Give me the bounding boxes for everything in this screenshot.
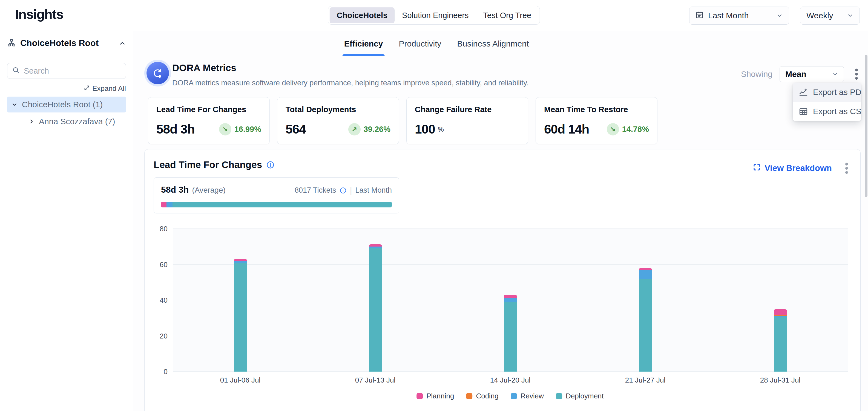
- org-tree-icon: [7, 38, 16, 48]
- progress-segment-planning: [161, 202, 166, 207]
- chevron-up-icon[interactable]: [119, 40, 126, 47]
- y-axis-label: 0: [150, 368, 167, 376]
- metric-card-value: 60d 14h: [544, 122, 589, 137]
- lead-time-actions: View Breakdown: [753, 160, 852, 176]
- bar-segment-deployment: [234, 263, 247, 372]
- org-tab-test-org-tree[interactable]: Test Org Tree: [476, 7, 538, 23]
- showing-select[interactable]: Mean: [780, 66, 844, 82]
- chart-bar: [369, 244, 382, 372]
- chevron-down-icon: [847, 12, 854, 19]
- dora-kebab-menu-icon[interactable]: [851, 66, 862, 82]
- tree-item[interactable]: Anna Scozzafava (7): [24, 114, 126, 129]
- chevron-down-icon: [832, 71, 838, 77]
- metric-card-value: 564: [286, 122, 306, 137]
- y-axis-label: 60: [150, 260, 167, 269]
- chart-bar: [639, 268, 652, 372]
- scrollbar-thumb[interactable]: [865, 55, 867, 197]
- x-axis-label: 07 Jul-13 Jul: [355, 376, 395, 384]
- x-axis-label: 01 Jul-06 Jul: [220, 376, 260, 384]
- bar-segment-deployment: [639, 279, 652, 372]
- showing-select-value: Mean: [785, 69, 806, 79]
- legend-swatch: [511, 393, 517, 399]
- legend-item-planning[interactable]: Planning: [416, 392, 454, 400]
- org-switcher: ChoiceHotelsSolution EngineersTest Org T…: [328, 6, 540, 25]
- bar-segment-planning: [504, 295, 517, 298]
- legend-item-deployment[interactable]: Deployment: [556, 392, 604, 400]
- chevron-down-icon[interactable]: [11, 102, 18, 107]
- insights-app: Insights ChoiceHotelsSolution EngineersT…: [0, 0, 868, 411]
- average-suffix: (Average): [192, 186, 225, 195]
- sidebar-header: ChoiceHotels Root: [0, 31, 133, 55]
- lead-time-title: Lead Time For Changes: [154, 159, 262, 170]
- tab-productivity[interactable]: Productivity: [397, 31, 443, 56]
- tree-item-label: Anna Scozzafava (7): [39, 117, 115, 126]
- metric-card-value-row: 564↗39.26%: [286, 122, 391, 137]
- expand-all-button[interactable]: Expand All: [7, 84, 126, 93]
- metric-cards-row: Lead Time For Changes58d 3h↘16.99%Total …: [148, 97, 657, 144]
- metric-card-unit: %: [438, 125, 444, 133]
- info-icon[interactable]: [266, 161, 275, 169]
- metric-card-value: 100: [415, 122, 435, 137]
- period-dropdown-label: Last Month: [708, 11, 749, 20]
- search-input[interactable]: [24, 67, 127, 75]
- trend-delta: 16.99%: [235, 125, 261, 134]
- info-icon[interactable]: [340, 187, 347, 194]
- metric-card-title: Lead Time For Changes: [156, 105, 261, 114]
- trend-delta: 39.26%: [364, 125, 391, 134]
- metric-card-title: Change Failure Rate: [415, 105, 520, 114]
- main-content: EfficiencyProductivityBusiness Alignment…: [133, 31, 868, 411]
- org-tab-solution-engineers[interactable]: Solution Engineers: [395, 7, 476, 23]
- lead-time-kebab-menu-icon[interactable]: [841, 160, 852, 176]
- y-axis-label: 80: [150, 225, 167, 233]
- table-icon: [799, 107, 808, 116]
- legend-label: Coding: [476, 392, 498, 400]
- menu-item-label: Export as CSV: [813, 107, 861, 116]
- calendar-icon: [695, 11, 704, 21]
- bar-segment-deployment: [774, 317, 787, 372]
- search-box: [7, 63, 126, 79]
- lead-time-title-row: Lead Time For Changes: [154, 159, 275, 170]
- menu-item-export-as-csv[interactable]: Export as CSV: [793, 102, 861, 121]
- metric-card: Mean Time To Restore60d 14h↘14.78%: [535, 97, 657, 144]
- tab-efficiency[interactable]: Efficiency: [343, 31, 385, 56]
- chevron-right-icon[interactable]: [29, 118, 34, 125]
- legend-item-coding[interactable]: Coding: [466, 392, 498, 400]
- tree-item[interactable]: ChoiceHotels Root (1): [7, 97, 126, 112]
- separator: |: [350, 186, 352, 195]
- bar-segment-planning: [234, 259, 247, 261]
- metric-card: Change Failure Rate100%: [406, 97, 528, 144]
- search-icon: [12, 67, 20, 75]
- granularity-dropdown[interactable]: Weekly: [800, 7, 860, 25]
- sidebar-title: ChoiceHotels Root: [20, 38, 99, 48]
- bar-segment-deployment: [369, 248, 382, 372]
- tab-business-alignment[interactable]: Business Alignment: [455, 31, 530, 56]
- progress-segment-deployment: [173, 202, 392, 207]
- trend-badge: ↘16.99%: [219, 123, 261, 135]
- tree-item-label: ChoiceHotels Root (1): [22, 100, 103, 109]
- metric-card-title: Total Deployments: [286, 105, 391, 114]
- bar-segment-review: [639, 270, 652, 279]
- chevron-down-icon: [776, 12, 783, 19]
- bar-segment-review: [504, 298, 517, 302]
- menu-item-label: Export as PDF: [813, 88, 861, 97]
- view-breakdown-label: View Breakdown: [765, 163, 832, 173]
- metric-card-value-row: 60d 14h↘14.78%: [544, 122, 649, 137]
- period-dropdown[interactable]: Last Month: [689, 7, 789, 25]
- legend-swatch: [556, 393, 562, 399]
- x-axis-label: 14 Jul-20 Jul: [490, 376, 530, 384]
- legend-item-review[interactable]: Review: [511, 392, 544, 400]
- page-title: Insights: [15, 7, 63, 22]
- expand-all-label: Expand All: [92, 84, 126, 93]
- view-breakdown-button[interactable]: View Breakdown: [753, 163, 832, 173]
- metric-card: Total Deployments564↗39.26%: [277, 97, 399, 144]
- x-axis-label: 28 Jul-31 Jul: [760, 376, 800, 384]
- menu-item-export-as-pdf[interactable]: Export as PDF: [793, 83, 861, 102]
- gridline: [173, 264, 848, 265]
- average-value: 58d 3h: [161, 185, 189, 195]
- average-summary-box: 58d 3h (Average) 8017 Tickets | Last Mon…: [154, 177, 399, 213]
- org-tab-choicehotels[interactable]: ChoiceHotels: [330, 7, 395, 23]
- tickets-count: 8017 Tickets: [294, 186, 336, 195]
- metric-card-value-row: 58d 3h↘16.99%: [156, 122, 261, 137]
- showing-controls: Showing Mean: [741, 66, 862, 82]
- bar-segment-planning: [369, 244, 382, 246]
